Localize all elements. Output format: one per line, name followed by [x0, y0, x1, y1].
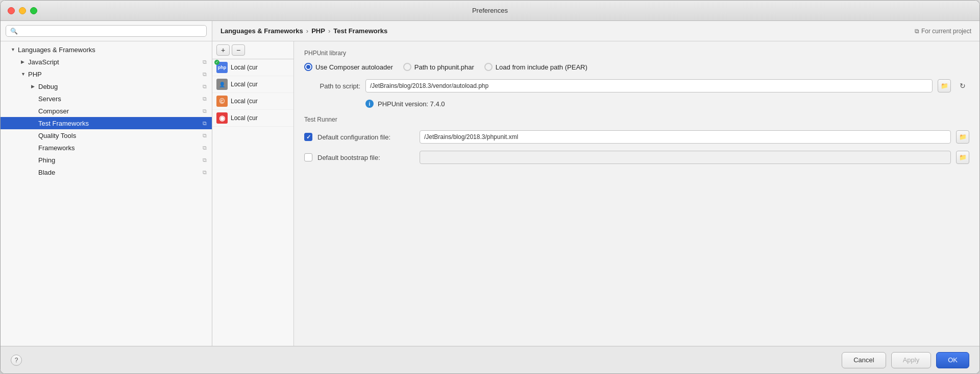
- copy-icon: ⧉: [203, 71, 207, 78]
- phpunit-version-text: PHPUnit version: 7.4.0: [378, 100, 445, 108]
- title-bar: Preferences: [1, 1, 979, 21]
- sidebar-item-quality-tools[interactable]: Quality Tools ⧉: [1, 129, 212, 142]
- copy-icon: ⧉: [203, 108, 207, 114]
- default-config-browse-button[interactable]: 📁: [956, 130, 969, 144]
- sidebar-item-blade[interactable]: Blade ⧉: [1, 166, 212, 178]
- copy-icon: ⧉: [203, 145, 207, 151]
- remove-framework-button[interactable]: −: [232, 44, 245, 56]
- cancel-button[interactable]: Cancel: [842, 352, 886, 368]
- phpunit-version-row: i PHPUnit version: 7.4.0: [304, 100, 969, 108]
- ok-button[interactable]: OK: [936, 352, 969, 368]
- sidebar-tree: Languages & Frameworks JavaScript ⧉ PHP …: [1, 41, 212, 346]
- default-config-input[interactable]: [420, 130, 951, 144]
- checkmark-icon: ✓: [306, 134, 311, 141]
- search-bar: 🔍: [1, 21, 212, 41]
- default-bootstrap-checkbox[interactable]: [304, 153, 312, 161]
- search-icon: 🔍: [10, 28, 18, 35]
- sidebar-item-label: Test Frameworks: [38, 120, 201, 127]
- help-button[interactable]: ?: [11, 355, 22, 366]
- path-to-script-browse-button[interactable]: 📁: [938, 79, 951, 92]
- framework-item-user[interactable]: 👤 Local (cur: [212, 76, 293, 93]
- copy-icon: ⧉: [203, 169, 207, 176]
- minimize-button[interactable]: [19, 7, 26, 14]
- radio-label-phar: Path to phpunit.phar: [414, 63, 474, 71]
- search-wrapper: 🔍: [6, 25, 207, 37]
- sidebar-item-label: Languages & Frameworks: [18, 46, 207, 54]
- sidebar-item-servers[interactable]: Servers ⧉: [1, 92, 212, 105]
- sidebar-item-debug[interactable]: Debug ⧉: [1, 80, 212, 92]
- copy-icon: ⧉: [203, 157, 207, 163]
- breadcrumb-bar: Languages & Frameworks › PHP › Test Fram…: [212, 21, 979, 41]
- framework-label: Local (cur: [231, 64, 289, 71]
- radio-label-include: Load from include path (PEAR): [496, 63, 587, 71]
- codeception-icon: ©: [216, 96, 228, 107]
- copy-icon: ⧉: [203, 132, 207, 139]
- radio-circle-phar: [403, 63, 411, 71]
- sidebar-item-label: Phing: [38, 156, 201, 164]
- sidebar-item-label: JavaScript: [28, 58, 201, 66]
- sidebar-item-javascript[interactable]: JavaScript ⧉: [1, 56, 212, 68]
- framework-item-phpunit[interactable]: php ✓ Local (cur: [212, 59, 293, 76]
- radio-inner: [306, 65, 310, 69]
- close-button[interactable]: [8, 7, 15, 14]
- sidebar-item-label: Quality Tools: [38, 132, 201, 139]
- expand-icon: [21, 59, 27, 64]
- radio-option-include[interactable]: Load from include path (PEAR): [484, 63, 587, 71]
- default-bootstrap-row: Default bootstrap file: 📁: [304, 151, 969, 164]
- default-bootstrap-browse-button[interactable]: 📁: [956, 151, 969, 164]
- framework-item-phpspec[interactable]: ◉ Local (cur: [212, 110, 293, 127]
- sidebar-item-label: Composer: [38, 107, 201, 115]
- test-runner-title: Test Runner: [304, 116, 969, 123]
- copy-icon: ⧉: [203, 120, 207, 127]
- path-to-script-refresh-button[interactable]: ↻: [956, 79, 969, 92]
- phpspec-icon: ◉: [216, 112, 228, 124]
- copy-icon: ⧉: [203, 96, 207, 102]
- sidebar-item-composer[interactable]: Composer ⧉: [1, 105, 212, 117]
- search-input[interactable]: [20, 27, 202, 35]
- traffic-lights: [8, 7, 37, 14]
- radio-circle-include: [484, 63, 493, 71]
- radio-group: Use Composer autoloader Path to phpunit.…: [304, 63, 969, 71]
- default-config-label: Default configuration file:: [317, 133, 414, 141]
- sidebar-item-label: PHP: [28, 71, 201, 78]
- sidebar-item-php[interactable]: PHP ⧉: [1, 68, 212, 80]
- framework-label: Local (cur: [231, 98, 289, 105]
- radio-circle-composer: [304, 63, 312, 71]
- right-panel: Languages & Frameworks › PHP › Test Fram…: [212, 21, 979, 346]
- copy-icon: ⧉: [203, 83, 207, 90]
- sidebar-item-phing[interactable]: Phing ⧉: [1, 154, 212, 166]
- sidebar-item-label: Frameworks: [38, 144, 201, 152]
- toolbar-buttons: + −: [212, 41, 293, 59]
- breadcrumb-php: PHP: [311, 27, 325, 35]
- project-icon: ⧉: [915, 28, 919, 35]
- maximize-button[interactable]: [30, 7, 37, 14]
- default-bootstrap-label: Default bootstrap file:: [317, 154, 414, 161]
- expand-icon: [21, 72, 27, 77]
- sidebar-item-test-frameworks[interactable]: Test Frameworks ⧉: [1, 117, 212, 129]
- breadcrumb-sep-1: ›: [306, 27, 308, 35]
- apply-button[interactable]: Apply: [891, 352, 932, 368]
- framework-label: Local (cur: [231, 81, 289, 88]
- split-panel: + − php ✓ Local (cur: [212, 41, 979, 346]
- breadcrumb-test-frameworks: Test Frameworks: [333, 27, 387, 35]
- sidebar-item-languages-frameworks[interactable]: Languages & Frameworks: [1, 43, 212, 56]
- sidebar-item-frameworks[interactable]: Frameworks ⧉: [1, 142, 212, 154]
- path-to-script-input[interactable]: [365, 79, 933, 92]
- info-icon: i: [365, 100, 374, 108]
- radio-option-composer[interactable]: Use Composer autoloader: [304, 63, 393, 71]
- path-to-script-row: Path to script: 📁 ↻: [304, 79, 969, 92]
- add-framework-button[interactable]: +: [216, 44, 230, 56]
- expand-icon: [11, 47, 17, 52]
- default-bootstrap-input[interactable]: [420, 151, 951, 164]
- framework-item-codeception[interactable]: © Local (cur: [212, 93, 293, 110]
- expand-icon: [31, 84, 37, 89]
- default-config-checkbox[interactable]: ✓: [304, 133, 312, 141]
- framework-items: php ✓ Local (cur 👤 Local (cur ©: [212, 59, 293, 346]
- radio-option-phar[interactable]: Path to phpunit.phar: [403, 63, 474, 71]
- default-config-row: ✓ Default configuration file: 📁: [304, 130, 969, 144]
- phpunit-library-title: PHPUnit library: [304, 50, 969, 57]
- breadcrumb-sep-2: ›: [328, 27, 330, 35]
- framework-list-panel: + − php ✓ Local (cur: [212, 41, 294, 346]
- user-icon: 👤: [216, 79, 228, 90]
- bottom-bar: ? Cancel Apply OK: [1, 346, 979, 373]
